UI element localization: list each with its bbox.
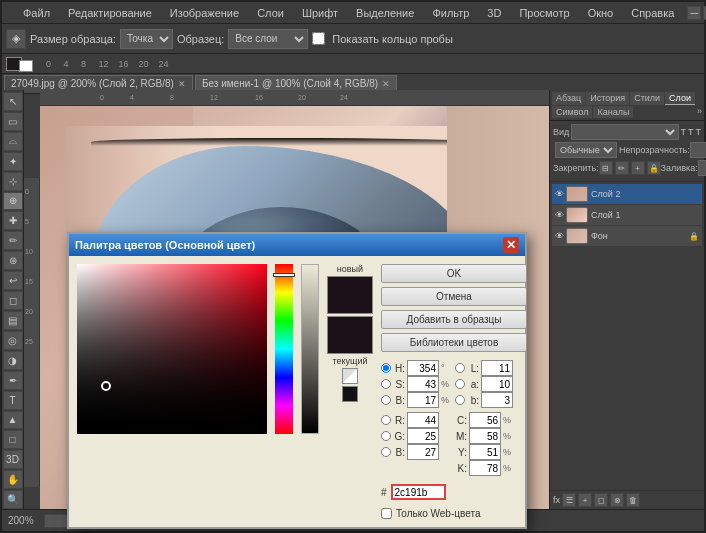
dialog-close-button[interactable]: ✕ [503, 237, 519, 253]
panel-collapse[interactable]: » [697, 106, 702, 118]
menu-filter[interactable]: Фильтр [427, 5, 474, 21]
b-input[interactable] [407, 392, 439, 408]
tool-history[interactable]: ↩ [3, 271, 23, 290]
menu-select[interactable]: Выделение [351, 5, 419, 21]
color-dark-swatch[interactable] [342, 386, 358, 402]
layer-bg-eye[interactable]: 👁 [555, 231, 564, 241]
cancel-button[interactable]: Отмена [381, 287, 527, 306]
tool-stamp[interactable]: ⊛ [3, 251, 23, 270]
tool-shape[interactable]: □ [3, 430, 23, 449]
g-radio[interactable] [381, 431, 391, 441]
a-radio[interactable] [455, 379, 465, 389]
tool-brush[interactable]: ✏ [3, 231, 23, 250]
color-spectrum[interactable] [77, 264, 267, 434]
b3-radio[interactable] [455, 395, 465, 405]
tool-lasso[interactable]: ⌓ [3, 132, 23, 151]
blend-select[interactable]: Обычные [555, 142, 617, 158]
tab-close-active[interactable]: ✕ [178, 79, 186, 89]
h-input[interactable] [407, 360, 439, 376]
show-ring-checkbox[interactable] [312, 32, 325, 45]
menu-view[interactable]: Просмотр [514, 5, 574, 21]
c-input[interactable] [469, 412, 501, 428]
tool-wand[interactable]: ✦ [3, 152, 23, 171]
layer-item-2[interactable]: 👁 Слой 2 [552, 184, 702, 204]
layer-item-1[interactable]: 👁 Слой 1 [552, 205, 702, 225]
tool-blur[interactable]: ◎ [3, 331, 23, 350]
tab-channels[interactable]: Каналы [593, 106, 633, 118]
menu-3d[interactable]: 3D [482, 5, 506, 21]
sample-select[interactable]: Все слои [228, 29, 308, 49]
layer-2-eye[interactable]: 👁 [555, 189, 564, 199]
b-radio[interactable] [381, 395, 391, 405]
tool-move[interactable]: ↖ [3, 92, 23, 111]
s-input[interactable] [407, 376, 439, 392]
fx-btn-2[interactable]: + [578, 493, 592, 507]
layer-item-bg[interactable]: 👁 Фон 🔒 [552, 226, 702, 246]
tool-pen[interactable]: ✒ [3, 371, 23, 390]
ok-button[interactable]: OK [381, 264, 527, 283]
lock-position[interactable]: + [631, 161, 645, 175]
r-input[interactable] [407, 412, 439, 428]
b2-radio[interactable] [381, 447, 391, 457]
tool-text[interactable]: T [3, 391, 23, 410]
tab-close-inactive[interactable]: ✕ [382, 79, 390, 89]
tool-dodge[interactable]: ◑ [3, 351, 23, 370]
view-options[interactable]: T [681, 127, 687, 137]
tool-eyedropper[interactable]: ⊕ [3, 192, 23, 211]
tab-history[interactable]: История [586, 92, 629, 105]
tab-paragraph[interactable]: Абзац [552, 92, 585, 105]
add-to-swatches-button[interactable]: Добавить в образцы [381, 310, 527, 329]
menu-help[interactable]: Справка [626, 5, 679, 21]
fx-btn-4[interactable]: ⊗ [610, 493, 624, 507]
alpha-slider[interactable] [301, 264, 319, 434]
hue-slider[interactable] [275, 264, 293, 434]
tool-crop[interactable]: ⊹ [3, 172, 23, 191]
view-select[interactable] [571, 124, 678, 140]
k-input[interactable] [469, 460, 501, 476]
r-radio[interactable] [381, 415, 391, 425]
color-libraries-button[interactable]: Библиотеки цветов [381, 333, 527, 352]
m-input[interactable] [469, 428, 501, 444]
lock-transparency[interactable]: ⊟ [599, 161, 613, 175]
a-input[interactable] [481, 376, 513, 392]
menu-file[interactable]: Файл [18, 5, 55, 21]
minimize-button[interactable]: ─ [687, 6, 701, 20]
lock-all[interactable]: 🔒 [647, 161, 661, 175]
lock-paint[interactable]: ✏ [615, 161, 629, 175]
color-mode-toggle[interactable] [342, 368, 358, 384]
y-input[interactable] [469, 444, 501, 460]
g-input[interactable] [407, 428, 439, 444]
fx-btn-5[interactable]: 🗑 [626, 493, 640, 507]
fx-btn-3[interactable]: ◻ [594, 493, 608, 507]
hex-input[interactable] [391, 484, 446, 500]
tool-zoom[interactable]: 🔍 [3, 490, 23, 509]
menu-window[interactable]: Окно [583, 5, 619, 21]
tool-eraser[interactable]: ◻ [3, 291, 23, 310]
fx-btn-1[interactable]: ☰ [562, 493, 576, 507]
tab-symbol[interactable]: Символ [552, 106, 592, 118]
tool-gradient[interactable]: ▤ [3, 311, 23, 330]
background-color[interactable] [19, 60, 33, 72]
b3-input[interactable] [481, 392, 513, 408]
view-options3[interactable]: T [696, 127, 702, 137]
menu-edit[interactable]: Редактирование [63, 5, 157, 21]
layer-1-eye[interactable]: 👁 [555, 210, 564, 220]
menu-font[interactable]: Шрифт [297, 5, 343, 21]
l-radio[interactable] [455, 363, 465, 373]
tab-layers[interactable]: Слои [665, 92, 695, 105]
h-radio[interactable] [381, 363, 391, 373]
tool-path[interactable]: ▲ [3, 411, 23, 430]
size-select[interactable]: Точка [120, 29, 173, 49]
tool-select[interactable]: ▭ [3, 112, 23, 131]
l-input[interactable] [481, 360, 513, 376]
tool-options-icon[interactable]: ◈ [6, 29, 26, 49]
menu-layers[interactable]: Слои [252, 5, 289, 21]
menu-image[interactable]: Изображение [165, 5, 244, 21]
view-options2[interactable]: T [688, 127, 694, 137]
s-radio[interactable] [381, 379, 391, 389]
opacity-input[interactable] [690, 142, 706, 158]
tool-hand[interactable]: ✋ [3, 470, 23, 489]
b2-input[interactable] [407, 444, 439, 460]
fill-input[interactable] [698, 160, 706, 176]
tool-heal[interactable]: ✚ [3, 211, 23, 230]
